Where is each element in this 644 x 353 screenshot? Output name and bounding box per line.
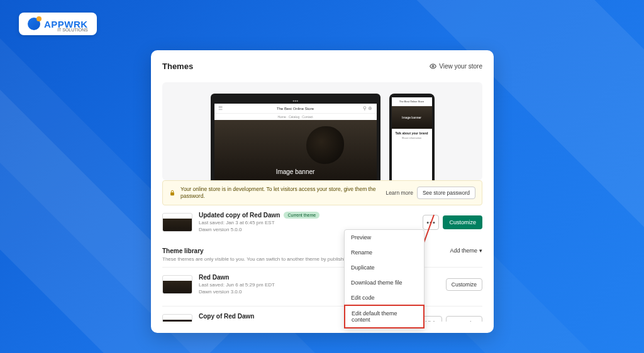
desktop-preview: ●●● ☰ The Best Online Store ⚲ ⊕ Home · C… xyxy=(211,94,380,180)
add-theme-button[interactable]: Add theme▾ xyxy=(450,247,482,254)
current-theme-row: Updated copy of Red Dawn Current theme L… xyxy=(162,205,482,239)
list-item: Copy of Red Dawn Last saved: May 17 at 7… xyxy=(162,306,482,322)
see-password-button[interactable]: See store password xyxy=(417,187,475,199)
brand-logo: APPWRK IT SOLUTIONS xyxy=(19,13,97,35)
dropdown-rename[interactable]: Rename xyxy=(345,245,424,260)
list-item: Red Dawn Last saved: Jun 6 at 5:29 pm ED… xyxy=(162,267,482,301)
current-theme-saved: Last saved: Jan 3 at 6:45 pm EST xyxy=(199,220,416,225)
page-title: Themes xyxy=(162,62,193,71)
theme-thumbnail xyxy=(162,213,192,232)
current-theme-badge: Current theme xyxy=(284,212,319,219)
dropdown-preview[interactable]: Preview xyxy=(345,230,424,245)
theme-preview: ●●● ☰ The Best Online Store ⚲ ⊕ Home · C… xyxy=(162,82,482,180)
theme-name: Red Dawn xyxy=(199,274,229,281)
brand-tagline: IT SOLUTIONS xyxy=(57,28,88,32)
hero-text: Image banner xyxy=(276,168,315,175)
dropdown-duplicate[interactable]: Duplicate xyxy=(345,260,424,275)
themes-panel: Themes View your store ●●● ☰ The Best On… xyxy=(151,50,494,333)
mobile-preview: The Best Online Store Image banner Talk … xyxy=(389,94,435,180)
theme-thumbnail xyxy=(162,275,192,294)
eye-icon xyxy=(430,63,436,70)
theme-actions-dropdown: Preview Rename Duplicate Download theme … xyxy=(344,229,425,329)
logo-icon xyxy=(28,18,40,30)
alert-text: Your online store is in development. To … xyxy=(180,186,380,200)
customize-button[interactable]: Customize xyxy=(443,215,482,229)
dropdown-edit-code[interactable]: Edit code xyxy=(345,290,424,305)
theme-name: Copy of Red Dawn xyxy=(199,313,254,320)
customize-button[interactable]: Customize xyxy=(446,316,482,322)
dropdown-edit-default-content[interactable]: Edit default theme content xyxy=(344,305,425,329)
customize-button[interactable]: Customize xyxy=(446,278,482,291)
dev-mode-alert: Your online store is in development. To … xyxy=(162,180,482,205)
svg-point-0 xyxy=(432,65,434,67)
theme-library: Theme library These themes are only visi… xyxy=(162,247,482,322)
current-theme-name: Updated copy of Red Dawn xyxy=(199,212,280,219)
chevron-down-icon: ▾ xyxy=(479,247,482,254)
view-store-label: View your store xyxy=(439,63,482,70)
lock-icon xyxy=(169,190,175,196)
view-store-link[interactable]: View your store xyxy=(430,63,482,70)
panel-header: Themes View your store xyxy=(162,62,482,77)
learn-more-link[interactable]: Learn more xyxy=(386,190,413,196)
more-actions-button[interactable]: ••• xyxy=(423,215,439,230)
dropdown-download[interactable]: Download theme file xyxy=(345,275,424,290)
theme-thumbnail xyxy=(162,314,192,322)
svg-rect-1 xyxy=(170,192,174,195)
